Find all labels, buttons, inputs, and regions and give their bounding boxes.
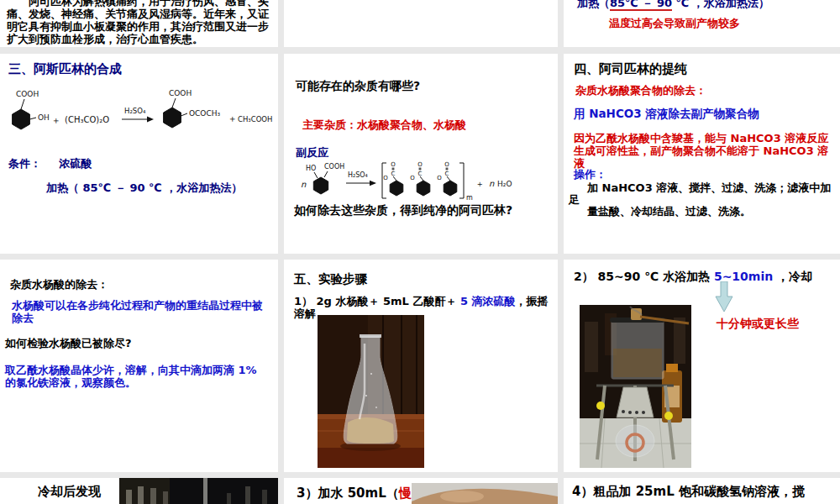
heating-line: 加热（85℃ － 90 ℃ ，水浴加热法） [577, 0, 833, 9]
svg-text:＋: ＋ [51, 115, 60, 126]
svg-text:C: C [418, 171, 423, 177]
heating-warning: 温度过高会导致副产物较多 [609, 17, 740, 29]
condition-label: 条件： [8, 157, 41, 170]
heating-line-prefix: 加热（ [577, 0, 610, 9]
steps-title: 五、实验步骤 [294, 271, 367, 287]
synthesis-heat-line: 加热（ 85℃ － 90 ℃ ，水浴加热法） [46, 181, 242, 194]
heating-range-underlined: 85℃ － 90 [610, 0, 672, 11]
down-arrow-icon [715, 281, 733, 315]
svg-text:COOH: COOH [324, 163, 344, 171]
condition-value: 浓硫酸 [60, 157, 92, 170]
slide-thumb-step2[interactable]: 2） 85~90 ℃ 水浴加热 5~10min ，冷却 十分钟或更长些 [564, 260, 840, 472]
removal-heading-2: 如何检验水杨酸已被除尽? [5, 337, 132, 349]
svg-text:O: O [410, 175, 415, 181]
svg-text:O: O [383, 175, 388, 181]
purification-method: 用 NaHCO3 溶液除去副产物聚合物 [574, 108, 759, 120]
svg-text:HO: HO [306, 165, 316, 172]
svg-text:O: O [417, 161, 423, 168]
test-tubes-photo [119, 478, 278, 504]
cooling-label: 冷却后发现 [38, 485, 101, 499]
synthesis-title: 三、阿斯匹林的合成 [8, 62, 122, 76]
slide-thumb-intro[interactable]: 阿司匹林为解热镇痛药，用于治疗伤风、感冒、头痛、发烧、神经痛、关节痛及风湿病等。… [0, 0, 278, 47]
purification-title: 四、阿司匹林的提纯 [574, 62, 687, 76]
step2-line: 2） 85~90 ℃ 水浴加热 5~10min ，冷却 [574, 270, 834, 283]
slide-thumb-step4[interactable]: 4）粗品加 25mL 饱和碳酸氢钠溶液，搅 [564, 478, 840, 504]
svg-text:m: m [466, 194, 473, 202]
svg-text:H₂O: H₂O [497, 180, 512, 188]
intro-paragraph: 阿司匹林为解热镇痛药，用于治疗伤风、感冒、头痛、发烧、神经痛、关节痛及风湿病等。… [7, 0, 271, 45]
impurities-question-1: 可能存在的杂质有哪些? [296, 79, 420, 92]
removal-body-1: 水杨酸可以在各步纯化过程和产物的重结晶过程中被除去 [12, 299, 268, 324]
slide-thumb-synthesis[interactable]: 三、阿斯匹林的合成 COOH OH ＋ (CH₃CO)₂O H₂SO₄ COOH… [0, 54, 278, 254]
slide-thumb-impurities[interactable]: 可能存在的杂质有哪些? 主要杂质：水杨酸聚合物、水杨酸 副反应 n HO COO… [284, 54, 558, 254]
step1-prefix: 1） 2g 水杨酸＋ 5mL 乙酸酐＋ [294, 295, 460, 307]
water-bath-photo [580, 305, 691, 468]
svg-text:COOH: COOH [16, 90, 39, 98]
svg-text:H₂SO₄: H₂SO₄ [124, 107, 146, 115]
step3-line: 3）加水 50mL（慢 [297, 486, 412, 501]
slide-thumb-heating[interactable]: 加热（85℃ － 90 ℃ ，水浴加热法） 温度过高会导致副产物较多 [564, 0, 840, 47]
side-reaction-equation-diagram: n HO COOH H₂SO₄ O C O O C O [296, 158, 548, 202]
slide-thumb-purification[interactable]: 四、阿司匹林的提纯 杂质水杨酸聚合物的除去： 用 NaHCO3 溶液除去副产物聚… [564, 54, 840, 254]
step2-prefix: 2） 85~90 ℃ 水浴加热 [574, 270, 714, 283]
step3-highlight: 慢 [399, 486, 412, 501]
slide-sorter-grid: 阿司匹林为解热镇痛药，用于治疗伤风、感冒、头痛、发烧、神经痛、关节痛及风湿病等。… [0, 0, 840, 504]
heating-line-suffix: ℃ ，水浴加热法） [672, 0, 769, 9]
svg-text:C: C [391, 171, 396, 177]
slide-thumb-removal[interactable]: 杂质水杨酸的除去： 水杨酸可以在各步纯化过程和产物的重结晶过程中被除去 如何检验… [0, 260, 278, 472]
flask-photo [318, 315, 424, 468]
hand-photo [412, 483, 558, 504]
condition-row: 条件： 浓硫酸 [8, 155, 92, 171]
slide-thumb-blank[interactable] [284, 0, 558, 47]
svg-text:COOH: COOH [169, 89, 192, 97]
purification-removal-heading: 杂质水杨酸聚合物的除去： [575, 84, 706, 97]
step4-line: 4）粗品加 25mL 饱和碳酸氢钠溶液，搅 [572, 485, 834, 499]
slide-thumb-cooling[interactable]: 冷却后发现 [0, 478, 278, 504]
svg-text:＋: ＋ [475, 179, 484, 188]
operation-label: 操作： [574, 168, 606, 181]
svg-text:OCOCH₃: OCOCH₃ [189, 109, 221, 118]
svg-text:n: n [489, 179, 495, 188]
purification-reason: 因为乙酰水杨酸中含羧基，能与 NaHCO3 溶液反应生成可溶性盐，副产物聚合物不… [574, 132, 836, 170]
svg-text:(CH₃CO)₂O: (CH₃CO)₂O [65, 115, 109, 124]
slide-thumb-step3[interactable]: 3）加水 50mL（慢 [284, 478, 558, 504]
impurities-main: 主要杂质：水杨酸聚合物、水杨酸 [302, 118, 466, 131]
synthesis-equation-diagram: COOH OH ＋ (CH₃CO)₂O H₂SO₄ COOH OCOCH₃ ＋ … [4, 86, 273, 143]
removal-heading-1: 杂质水杨酸的除去： [10, 278, 108, 291]
svg-text:C: C [445, 171, 449, 177]
svg-text:O: O [444, 161, 449, 168]
svg-text:OH: OH [38, 113, 50, 122]
impurities-question-2: 如何除去这些杂质，得到纯净的阿司匹林? [294, 203, 512, 217]
svg-text:CH₃COOH: CH₃COOH [238, 115, 272, 123]
step1-highlight: 5 滴浓硫酸 [460, 295, 516, 307]
svg-text:O: O [437, 175, 442, 181]
svg-text:H₂SO₄: H₂SO₄ [348, 171, 368, 179]
operation-line: 量盐酸、冷却结晶、过滤、洗涤。 [587, 205, 751, 218]
step2-note: 十分钟或更长些 [717, 317, 799, 330]
svg-text:n: n [301, 180, 307, 189]
slide-thumb-steps[interactable]: 五、实验步骤 1） 2g 水杨酸＋ 5mL 乙酸酐＋ 5 滴浓硫酸，振摇溶解 [284, 260, 558, 472]
step3-prefix: 3）加水 50mL（ [297, 486, 399, 501]
operation-line: 加 NaHCO3 溶液、搅拌、过滤、洗涤；滤液中加 [587, 181, 831, 194]
svg-text:O: O [391, 161, 396, 168]
svg-text:＋: ＋ [228, 113, 237, 124]
removal-body-2: 取乙酰水杨酸晶体少许，溶解，向其中滴加两滴 1% 的氯化铁溶液，观察颜色。 [5, 364, 267, 389]
step2-suffix: ，冷却 [773, 270, 812, 283]
operation-line: 足 [569, 193, 580, 206]
side-reaction-label: 副反应 [296, 146, 328, 159]
